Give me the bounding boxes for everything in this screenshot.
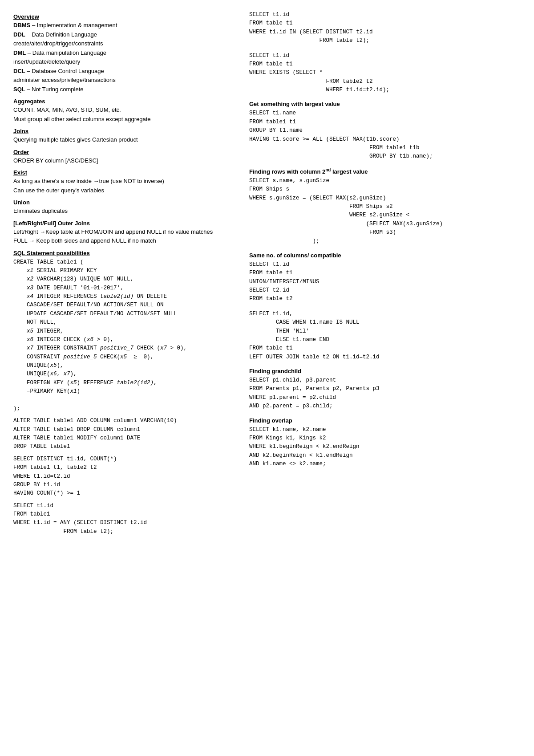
case-section: SELECT t1.id, CASE WHEN t1.name IS NULL …	[249, 310, 521, 362]
agg-line2: Must group all other select columns exce…	[13, 115, 227, 124]
overview-section: Overview DBMS – Implementation & managem…	[13, 13, 227, 93]
dcl-line: DCL – Database Control Language	[13, 67, 227, 76]
union-section: Union Eliminates duplicates	[13, 199, 227, 215]
dcl-label: DCL	[13, 68, 25, 74]
right-code1-section: SELECT t1.id FROM table t1 WHERE t1.id I…	[249, 11, 521, 45]
outer-joins-line2: FULL → Keep both sides and append NULL i…	[13, 236, 227, 245]
second-largest-sup: nd	[325, 167, 331, 172]
alter-section: ALTER TABLE table1 ADD COLUMN column1 VA…	[13, 417, 227, 451]
joins-title: Joins	[13, 128, 227, 134]
exist-title: Exist	[13, 169, 227, 176]
union-line1: Eliminates duplicates	[13, 207, 227, 215]
select-any-section: SELECT t1.id FROM table1 WHERE t1.id = A…	[13, 502, 227, 537]
same-cols-section: Same no. of columns/ compatible SELECT t…	[249, 252, 521, 304]
outer-joins-section: [Left/Right/Full] Outer Joins Left/Right…	[13, 220, 227, 245]
select-any-code: SELECT t1.id FROM table1 WHERE t1.id = A…	[13, 502, 227, 537]
page-container: Overview DBMS – Implementation & managem…	[13, 9, 521, 540]
dbms-desc: – Implementation & management	[30, 22, 117, 28]
overview-title: Overview	[13, 13, 227, 20]
right-code2: SELECT t1.id FROM table t1 WHERE EXISTS …	[249, 52, 521, 95]
dbms-line: DBMS – Implementation & management	[13, 21, 227, 30]
sql-statement-title: SQL Statement possibilities	[13, 250, 227, 256]
exist-line2: Can use the outer query's variables	[13, 186, 227, 195]
same-cols-title: Same no. of columns/ compatible	[249, 252, 521, 259]
agg-line1: COUNT, MAX, MIN, AVG, STD, SUM, etc.	[13, 106, 227, 114]
overlap-section: Finding overlap SELECT k1.name, k2.name …	[249, 417, 521, 469]
same-cols-code: SELECT t1.id FROM table t1 UNION/INTERSE…	[249, 260, 521, 304]
dcl-desc: – Database Control Language	[25, 68, 104, 74]
exist-section: Exist As long as there's a row inside →t…	[13, 169, 227, 195]
select-distinct-section: SELECT DISTINCT t1.id, COUNT(*) FROM tab…	[13, 455, 227, 498]
joins-section: Joins Querying multiple tables gives Car…	[13, 128, 227, 144]
right-code1: SELECT t1.id FROM table t1 WHERE t1.id I…	[249, 11, 521, 45]
overlap-title: Finding overlap	[249, 417, 521, 424]
ddl-desc: – Data Definition Language	[25, 31, 97, 38]
outer-joins-line1: Left/Right →Keep table at FROM/JOIN and …	[13, 228, 227, 236]
dml-label: DML	[13, 49, 26, 56]
dml-detail: insert/update/delete/query	[13, 57, 227, 66]
dml-desc: – Data manipulation Language	[26, 49, 106, 56]
largest-section: Get something with largest value SELECT …	[249, 101, 521, 161]
case-code: SELECT t1.id, CASE WHEN t1.name IS NULL …	[249, 310, 521, 362]
second-largest-title: Finding rows with column 2nd largest val…	[249, 167, 521, 175]
order-line1: ORDER BY column [ASC/DESC]	[13, 156, 227, 165]
right-column: SELECT t1.id FROM table t1 WHERE t1.id I…	[245, 9, 521, 540]
grandchild-title: Finding grandchild	[249, 368, 521, 374]
right-code2-section: SELECT t1.id FROM table t1 WHERE EXISTS …	[249, 52, 521, 95]
union-title: Union	[13, 199, 227, 206]
second-largest-code: SELECT s.name, s.gunSize FROM Ships s WH…	[249, 177, 521, 246]
dml-line: DML – Data manipulation Language	[13, 49, 227, 57]
order-title: Order	[13, 149, 227, 155]
order-section: Order ORDER BY column [ASC/DESC]	[13, 149, 227, 165]
grandchild-code: SELECT p1.child, p3.parent FROM Parents …	[249, 376, 521, 411]
second-largest-section: Finding rows with column 2nd largest val…	[249, 167, 521, 246]
largest-code: SELECT t1.name FROM table1 t1 GROUP BY t…	[249, 109, 521, 161]
sql-line: SQL – Not Turing complete	[13, 85, 227, 94]
sql-label: SQL	[13, 86, 25, 93]
overlap-code: SELECT k1.name, k2.name FROM Kings k1, K…	[249, 426, 521, 469]
sql-statement-section: SQL Statement possibilities CREATE TABLE…	[13, 250, 227, 414]
alter-code: ALTER TABLE table1 ADD COLUMN column1 VA…	[13, 417, 227, 451]
sql-create-code: CREATE TABLE table1 ( x1 SERIAL PRIMARY …	[13, 258, 227, 414]
grandchild-section: Finding grandchild SELECT p1.child, p3.p…	[249, 368, 521, 411]
left-column: Overview DBMS – Implementation & managem…	[13, 9, 227, 540]
aggregates-title: Aggregates	[13, 98, 227, 105]
ddl-label: DDL	[13, 31, 25, 38]
exist-line1: As long as there's a row inside →true (u…	[13, 177, 227, 186]
select-distinct-code: SELECT DISTINCT t1.id, COUNT(*) FROM tab…	[13, 455, 227, 498]
largest-title: Get something with largest value	[249, 101, 521, 107]
dbms-label: DBMS	[13, 22, 30, 28]
ddl-detail: create/alter/drop/trigger/constraints	[13, 39, 227, 48]
dcl-detail: administer access/privilege/transactions	[13, 76, 227, 85]
joins-line1: Querying multiple tables gives Cartesian…	[13, 135, 227, 144]
outer-joins-title: [Left/Right/Full] Outer Joins	[13, 220, 227, 227]
ddl-line: DDL – Data Definition Language	[13, 30, 227, 39]
aggregates-section: Aggregates COUNT, MAX, MIN, AVG, STD, SU…	[13, 98, 227, 123]
sql-desc: – Not Turing complete	[25, 86, 84, 93]
